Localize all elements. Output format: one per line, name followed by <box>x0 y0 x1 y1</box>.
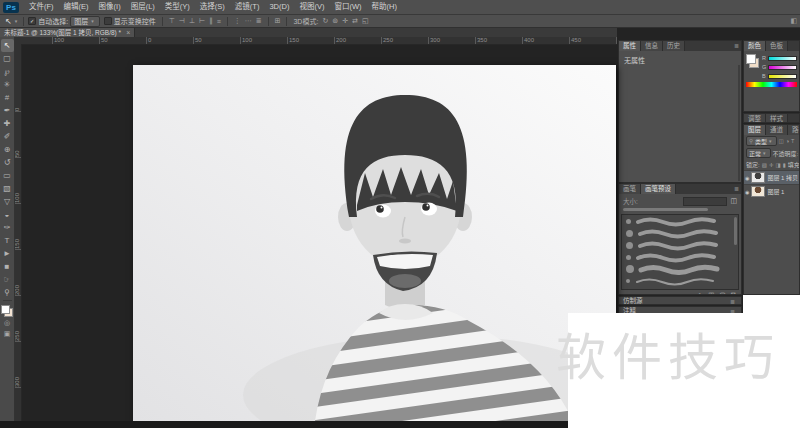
slider-track[interactable] <box>768 65 797 70</box>
brush-stroke-preview-icon[interactable]: ∿ <box>698 291 703 295</box>
menu-item[interactable]: 选择(S) <box>195 0 230 14</box>
scrollbar[interactable] <box>738 65 740 181</box>
panel-tab[interactable]: 路径 <box>788 125 800 135</box>
lock-image-pixels-icon[interactable]: ✛ <box>769 162 774 168</box>
menu-item[interactable]: 滤镜(T) <box>230 0 265 14</box>
panel-tab[interactable]: 信息 <box>641 41 663 51</box>
foreground-color-swatch[interactable] <box>746 54 756 64</box>
gradient-tool[interactable]: ▧ <box>1 182 14 195</box>
panel-tab[interactable]: 色板 <box>766 41 788 51</box>
lasso-tool[interactable]: ℘ <box>1 65 14 78</box>
3d-roll-icon[interactable]: ⊚ <box>330 17 340 25</box>
menu-item[interactable]: 图层(L) <box>126 0 160 14</box>
brush-tool[interactable]: ✐ <box>1 130 14 143</box>
path-selection-tool[interactable]: ► <box>1 247 14 260</box>
panel-tab[interactable]: 图层 <box>744 125 766 135</box>
brush-preset-item[interactable] <box>622 239 738 251</box>
layer-thumbnail[interactable] <box>751 172 765 183</box>
history-brush-tool[interactable]: ↺ <box>1 156 14 169</box>
delete-brush-icon[interactable]: ⊠ <box>731 291 736 295</box>
clone-stamp-tool[interactable]: ⊕ <box>1 143 14 156</box>
filter-pixel-layers-icon[interactable]: ◫ <box>779 138 784 144</box>
blend-mode-dropdown[interactable]: 正常 ▾ <box>746 148 771 158</box>
horizontal-ruler[interactable]: 15010050050100150200250300350400450500 <box>21 37 617 45</box>
hand-tool[interactable]: ☞ <box>1 273 14 286</box>
menu-item[interactable]: 窗口(W) <box>329 0 366 14</box>
menu-item[interactable]: 类型(Y) <box>160 0 195 14</box>
align-left-edges-icon[interactable]: ⊢ <box>197 17 207 25</box>
show-transform-checkbox[interactable] <box>104 17 112 25</box>
scrollbar[interactable] <box>734 217 737 245</box>
brush-preset-item[interactable] <box>622 227 738 239</box>
menu-item[interactable]: 图像(I) <box>94 0 126 14</box>
color-slider[interactable]: G <box>762 64 797 70</box>
eyedropper-tool[interactable]: ✒ <box>1 104 14 117</box>
brush-panel-toggle-icon[interactable]: ◫ <box>730 197 737 205</box>
layer-name[interactable]: 图层 1 拷贝 <box>767 173 798 182</box>
panel-menu-icon[interactable]: ≣ <box>732 41 741 51</box>
3d-scale-icon[interactable]: ◱ <box>360 17 371 25</box>
screen-mode-icon[interactable]: ▣ <box>4 328 11 339</box>
close-document-icon[interactable]: × <box>126 28 130 37</box>
color-slider[interactable]: B <box>762 73 797 79</box>
foreground-color-swatch[interactable] <box>1 305 10 314</box>
panel-menu-icon[interactable]: ≣ <box>732 184 741 194</box>
menu-item[interactable]: 视图(V) <box>294 0 329 14</box>
panel-tab[interactable]: 属性 <box>619 41 641 51</box>
brush-size-slider[interactable] <box>623 208 708 211</box>
document-canvas[interactable] <box>133 65 616 421</box>
图层 1 拷贝[interactable]: ◉ 图层 1 拷贝 <box>744 170 799 184</box>
auto-select-dropdown[interactable]: 图层 ▾ <box>70 16 100 27</box>
crop-tool[interactable]: # <box>1 91 14 104</box>
align-vertical-centers-icon[interactable]: ⊣ <box>177 17 187 25</box>
open-preset-manager-icon[interactable]: ◫ <box>708 291 714 295</box>
layer-thumbnail[interactable] <box>751 186 765 197</box>
panel-tab[interactable]: 调整 <box>744 114 766 123</box>
tool-preset-arrow-icon[interactable]: ▾ <box>15 18 18 24</box>
filter-type-layers-icon[interactable]: T <box>791 138 794 144</box>
panel-tab[interactable]: 颜色 <box>744 41 766 51</box>
3d-rotate-icon[interactable]: ↻ <box>320 17 330 25</box>
color-slider[interactable]: R <box>762 55 797 61</box>
panel-tab[interactable]: 通道 <box>766 125 788 135</box>
brush-size-field[interactable] <box>683 197 727 206</box>
3d-slide-icon[interactable]: ⇄ <box>350 17 360 25</box>
shape-tool[interactable]: ■ <box>1 260 14 273</box>
vertical-ruler[interactable]: 050100150200250300350400450 <box>14 44 22 428</box>
layer-visibility-eye-icon[interactable]: ◉ <box>745 189 749 195</box>
quick-mask-icon[interactable]: ◎ <box>4 317 10 328</box>
align-top-edges-icon[interactable]: ⊤ <box>167 17 177 25</box>
clone-source-panel-header[interactable]: 仿制源 ≣ <box>618 296 742 305</box>
move-tool[interactable]: ↖ <box>1 39 14 52</box>
distribute-bottom-edges-icon[interactable]: ≣ <box>254 17 264 25</box>
图层 1[interactable]: ◉ 图层 1 <box>744 184 799 198</box>
brush-preset-item[interactable] <box>622 263 738 275</box>
brush-preset-item[interactable] <box>622 215 738 227</box>
menu-item[interactable]: 编辑(E) <box>59 0 94 14</box>
3d-drag-icon[interactable]: ✛ <box>340 17 350 25</box>
align-right-edges-icon[interactable]: ≡ <box>215 18 223 25</box>
dodge-tool[interactable]: ◒ <box>1 208 14 221</box>
zoom-tool[interactable]: ⚲ <box>1 286 14 299</box>
eraser-tool[interactable]: ▭ <box>1 169 14 182</box>
layer-filter-dropdown[interactable]: ⚲ 类型 ▾ <box>746 136 777 146</box>
distribute-horizontal-centers-icon[interactable]: ⋯ <box>243 17 254 25</box>
align-horizontal-centers-icon[interactable]: ∥ <box>207 17 215 25</box>
panel-tab[interactable]: 样式 <box>766 114 788 123</box>
lock-transparent-pixels-icon[interactable]: ▨ <box>762 162 767 168</box>
marquee-tool[interactable]: ▢ <box>1 52 14 65</box>
panel-tab[interactable]: 历史 <box>663 41 685 51</box>
spot-healing-tool[interactable]: ✚ <box>1 117 14 130</box>
auto-align-layers-icon[interactable]: ⊞ <box>273 17 283 25</box>
panel-tab[interactable]: 画笔 <box>619 184 641 194</box>
panel-menu-icon[interactable]: ≣ <box>728 297 737 305</box>
blur-tool[interactable]: ▽ <box>1 195 14 208</box>
menu-item[interactable]: 3D(D) <box>264 0 294 14</box>
pen-tool[interactable]: ✑ <box>1 221 14 234</box>
document-tab[interactable]: 未标题-1 @ 133%(图层 1 拷贝, RGB/8) * × <box>0 28 135 37</box>
color-spectrum-ramp[interactable] <box>746 82 797 87</box>
menu-item[interactable]: 帮助(H) <box>367 0 402 14</box>
brush-preset-item[interactable] <box>622 275 738 287</box>
filter-adjustment-layers-icon[interactable]: ◑ <box>786 138 789 144</box>
menu-item[interactable]: 文件(F) <box>24 0 59 14</box>
